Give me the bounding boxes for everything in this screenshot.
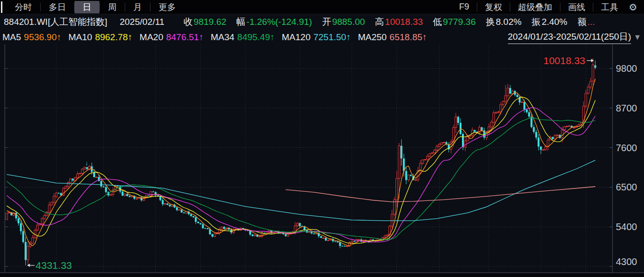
tab-daily[interactable]: 日 (75, 1, 99, 13)
ma5-legend: MA59536.90↑ (2, 32, 61, 43)
quote-date: 2025/02/11 (119, 17, 164, 27)
ma-legend-bar: MA59536.90↑ MA108962.78↑ MA208476.51↑ MA… (0, 30, 644, 44)
settings-gear-icon[interactable]: ⚙ (626, 1, 644, 13)
adjust-price-button[interactable]: 复权 (477, 1, 510, 13)
date-range-selector[interactable]: 2024/01/23-2025/02/11(250日) (508, 31, 631, 44)
super-overlay-button[interactable]: 超级叠加 (510, 1, 560, 13)
tools-button[interactable]: 工具 (593, 1, 626, 13)
amount-field: 额... (578, 16, 595, 28)
svg-text:6500: 6500 (616, 182, 637, 192)
f9-button[interactable]: F9 (451, 2, 477, 12)
ma10-legend: MA108962.78↑ (68, 32, 132, 43)
change-field: 幅-1.26%(-124.91) (236, 16, 312, 28)
candlestick-chart[interactable]: 980087007600650054004300↓10018.334331.33 (0, 44, 644, 277)
tab-intraday[interactable]: 分时 (7, 1, 40, 13)
tab-multiday[interactable]: 多日 (41, 1, 74, 13)
high-field: 高10018.33 (375, 16, 423, 28)
svg-text:4300: 4300 (616, 256, 637, 267)
ma120-legend: MA1207251.50↑ (282, 32, 351, 43)
svg-text:7600: 7600 (616, 143, 637, 153)
tab-more[interactable]: 更多 (150, 1, 184, 13)
tab-weekly[interactable]: 周 (100, 1, 125, 13)
svg-text:8700: 8700 (616, 103, 637, 113)
draw-line-button[interactable]: 画线 (560, 1, 593, 13)
low-field: 低9779.36 (433, 16, 476, 28)
tab-monthly[interactable]: 月 (125, 1, 150, 13)
close-field: 收9819.62 (183, 16, 226, 28)
ma250-legend: MA2506518.85↑ (358, 32, 427, 43)
turnover-field: 换8.02% (486, 16, 522, 28)
svg-text:5400: 5400 (616, 222, 637, 232)
amplitude-field: 振2.40% (532, 16, 568, 28)
ma20-legend: MA208476.51↑ (140, 32, 204, 43)
period-toolbar: 分时 多日 日 周 月 更多 F9 复权 超级叠加 画线 工具 ⚙ (0, 0, 644, 14)
open-field: 开9885.00 (322, 16, 365, 28)
trading-terminal-window: 分时 多日 日 周 月 更多 F9 复权 超级叠加 画线 工具 ⚙ 884201… (0, 0, 644, 277)
svg-text:4331.33: 4331.33 (36, 260, 72, 271)
window-edge-highlight (1, 1, 2, 13)
signal-marker-icon: ↓ (85, 159, 88, 166)
ma34-legend: MA348495.49↑ (211, 32, 275, 43)
svg-text:10018.33: 10018.33 (543, 55, 585, 66)
quote-info-bar: 884201.WI[人工智能指数] 2025/02/11 收9819.62 幅-… (0, 14, 644, 30)
svg-text:9800: 9800 (616, 63, 637, 74)
chevron-down-icon[interactable]: ▼ (633, 33, 641, 42)
symbol-name: 884201.WI[人工智能指数] (4, 16, 107, 28)
